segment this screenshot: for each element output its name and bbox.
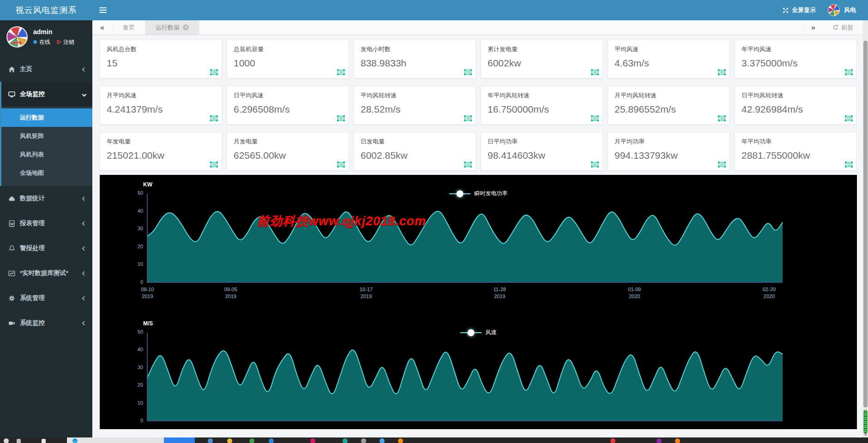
sidebar-item-running-data[interactable]: 运行数据 [1,108,92,127]
scrollbar[interactable] [862,20,868,437]
screen-selection-icon[interactable] [337,161,345,168]
sidebar-item-data-stats[interactable]: 数据统计 [0,186,92,211]
sidebar-item-label: 系统管理 [20,294,45,302]
scrollbar-thumb[interactable] [863,41,868,407]
screen-selection-icon[interactable] [844,161,853,168]
tab-running-data[interactable]: 运行数据 × [145,20,199,35]
avatar: 物联网 [6,26,28,48]
taskbar-active-item[interactable] [164,437,195,443]
taskbar-icon[interactable] [380,438,385,443]
x-axis-tick-label: 11-282019 [485,286,514,300]
stat-card: 日平均功率 98.414603kw [481,132,603,171]
sidebar-item-field-monitor[interactable]: 全场监控 [1,82,92,107]
logout-button[interactable]: 注销 [56,38,74,46]
sidebar-item-report-mgmt[interactable]: W 报表管理 [0,211,92,236]
tabs-scroll-right-icon[interactable]: » [803,20,823,35]
taskbar-icon[interactable] [398,438,403,443]
screen-selection-icon[interactable] [591,69,599,76]
chevron-left-icon [82,246,87,251]
area-chart [147,194,783,284]
battery-indicator [863,410,868,434]
legend-item[interactable]: 风速 [460,329,497,336]
taskbar-icon[interactable] [269,438,274,443]
tabs-scroll-left-icon[interactable]: « [92,20,113,35]
taskbar-icon[interactable] [343,438,348,443]
stat-card-label: 发电小时数 [361,45,469,54]
sidebar-item-turbine-list[interactable]: 风机列表 [1,145,92,164]
stat-card-value: 4.241379m/s [107,104,215,115]
screen-selection-icon[interactable] [717,69,726,76]
tab-label: 运行数据 [156,24,180,32]
stat-card: 日发电量 6002.85kw [354,132,476,171]
screen-selection-icon[interactable] [717,161,726,168]
taskbar-icon[interactable] [310,438,315,443]
screen-selection-icon[interactable] [591,161,599,168]
taskbar-icon[interactable] [610,438,615,443]
stat-card-value: 16.750000m/s [488,104,596,115]
online-status-label: 在线 [39,38,50,46]
stat-card-label: 累计发电量 [488,45,596,54]
screen-selection-icon[interactable] [464,115,472,122]
user-menu[interactable]: 风电 [828,4,856,16]
taskbar-icon[interactable] [227,438,232,443]
taskbar [0,437,868,443]
chart-line-icon [8,269,15,277]
stat-card-value: 98.414603kw [488,150,596,161]
stat-card-label: 年平均功率 [741,138,850,146]
taskbar-icon-tray [195,437,868,443]
sidebar-item-realtime-db-test[interactable]: *实时数据库测试* [0,261,92,286]
taskbar-start-area[interactable] [0,437,67,443]
app-logo[interactable]: 视云风电监测系 [0,0,92,20]
tab-home[interactable]: 首页 [113,20,145,35]
sidebar-item-system-mgmt[interactable]: 系统管理 [0,286,92,311]
navbar: 全屏显示 风电 [92,0,868,20]
y-axis-tick-label: 40 [125,208,143,214]
taskbar-icon[interactable] [657,438,662,443]
stat-card-label: 日发电量 [361,138,469,146]
y-axis-tick-label: 20 [125,244,143,249]
fullscreen-label: 全屏显示 [792,6,816,14]
taskbar-icon[interactable] [208,438,213,443]
screen-selection-icon[interactable] [210,115,218,122]
sidebar-item-alarm[interactable]: 警报处理 [0,236,92,261]
svg-text:W: W [10,222,13,226]
screen-selection-icon[interactable] [464,161,472,168]
taskbar-browser-item[interactable] [67,437,164,443]
screen-selection-icon[interactable] [337,69,345,76]
screen-selection-icon[interactable] [844,115,853,122]
y-axis-tick-label: 40 [125,347,143,352]
screen-selection-icon[interactable] [337,115,345,122]
taskbar-icon[interactable] [249,438,254,443]
screen-selection-icon[interactable] [464,69,472,76]
stat-card-label: 年平均风轮转速 [488,91,596,100]
browser-icon [72,438,78,443]
stat-card: 月发电量 62565.00kw [227,132,349,171]
taskbar-icon[interactable] [675,438,680,443]
chevron-left-icon [82,321,87,325]
screen-selection-icon[interactable] [210,69,218,76]
stat-card-label: 日平均风轮转速 [741,91,850,100]
sidebar-item-field-map[interactable]: 全场地图 [1,164,92,182]
close-tab-icon[interactable]: × [183,24,189,30]
sidebar-item-turbine-matrix[interactable]: 风机矩阵 [1,127,92,145]
screen-selection-icon[interactable] [591,115,599,122]
avatar [828,4,840,16]
screen-selection-icon[interactable] [210,161,218,168]
charts-panel: 前劲科技www.qjkj2018.com KW瞬时发电功率50403020100… [100,175,857,429]
stat-card-value: 2881.755000kw [741,150,850,161]
sidebar-item-label: 系统监控 [20,319,45,327]
sidebar-item-home[interactable]: 主页 [0,57,92,82]
taskbar-icon[interactable] [361,438,366,443]
fullscreen-button[interactable]: 全屏显示 [783,6,816,14]
chevron-left-icon [82,271,87,275]
legend-item[interactable]: 瞬时发电功率 [449,190,508,198]
sidebar-username: admin [33,28,74,36]
chevron-down-icon [82,92,87,96]
stat-card: 年平均功率 2881.755000kw [735,132,857,171]
screen-selection-icon[interactable] [844,69,853,76]
screen-selection-icon[interactable] [717,115,726,122]
sidebar-item-system-monitor[interactable]: 系统监控 [0,311,92,335]
top-header: 视云风电监测系 全屏显示 风电 [0,0,868,20]
sidebar-toggle-icon[interactable] [92,0,114,20]
refresh-button[interactable]: 刷新 [823,20,862,35]
